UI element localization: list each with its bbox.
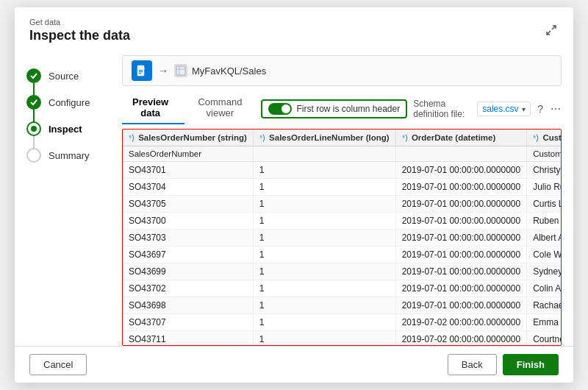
step-label-source: Source <box>49 71 79 82</box>
cell-9-2: 2019-07-02 00:00:00.0000000 <box>395 314 526 331</box>
cell-4-1: 1 <box>253 230 395 247</box>
cell-2-0: SO43705 <box>123 196 253 213</box>
cell-5-1: 1 <box>253 247 395 263</box>
cell-4-3: Albert Alvarez <box>527 230 562 247</box>
schema-label: Schema definition file: <box>413 99 473 119</box>
cell-2-1: 1 <box>253 196 395 213</box>
toggle-label: First row is column header <box>296 104 400 114</box>
schema-section: Schema definition file: sales.csv ▾ ? ⋯ <box>413 99 562 119</box>
source-arrow-icon: → <box>158 65 168 77</box>
cell-10-2: 2019-07-02 00:00:00.0000000 <box>395 331 526 347</box>
schema-file-selector[interactable]: sales.csv ▾ <box>477 102 530 116</box>
cell-9-0: SO43707 <box>123 314 253 331</box>
svg-rect-4 <box>139 70 143 71</box>
cell-0-0: SO43701 <box>123 162 253 179</box>
tab-command-viewer[interactable]: Command viewer <box>184 93 261 124</box>
cell-8-3: Rachael Martinez <box>527 297 562 314</box>
cell-10-0: SO43711 <box>123 331 253 347</box>
cell-7-3: Colin Anand <box>527 280 562 297</box>
svg-rect-7 <box>176 66 185 75</box>
cell-4-0: SO43703 <box>123 230 253 247</box>
cell-8-0: SO43698 <box>123 297 253 314</box>
dialog-title-area: Get data Inspect the data <box>29 18 130 43</box>
step-label-summary: Summary <box>49 150 90 161</box>
schema-filename: sales.csv <box>482 104 518 114</box>
col-header-1: ˢ⟩ SalesOrderLineNumber (long) <box>253 130 395 146</box>
step-summary[interactable]: Summary <box>26 142 98 169</box>
cell-7-2: 2019-07-01 00:00:00.0000000 <box>395 280 526 297</box>
main-content: → MyFavKQL/Sales Preview data <box>110 48 573 346</box>
table-row: SO4370412019-07-01 00:00:00.0000000Julio… <box>123 179 562 196</box>
cell-0-2: 2019-07-01 00:00:00.0000000 <box>395 162 526 179</box>
local-file-icon <box>132 60 152 81</box>
cell-8-2: 2019-07-01 00:00:00.0000000 <box>395 297 526 314</box>
source-dest: MyFavKQL/Sales <box>174 64 266 77</box>
table-row: SO4370112019-07-01 00:00:00.0000000Chris… <box>123 162 562 179</box>
step-inspect[interactable]: Inspect <box>26 116 98 142</box>
table-row: SO4370012019-07-01 00:00:00.0000000Ruben… <box>123 213 562 230</box>
cell-8-1: 1 <box>253 297 395 314</box>
step-configure[interactable]: Configure <box>26 89 98 116</box>
cell-2-2: 2019-07-01 00:00:00.0000000 <box>395 196 526 213</box>
tabs-left: Preview data Command viewer <box>122 93 261 124</box>
cell-10-3: Courtney Edwards <box>527 331 562 347</box>
cell-5-2: 2019-07-01 00:00:00.0000000 <box>395 247 526 263</box>
col-header-3: ˢ⟩ CustomerName (string) <box>527 130 562 146</box>
cell-1-2: 2019-07-01 00:00:00.0000000 <box>395 179 526 196</box>
cell-9-3: Emma Brown <box>527 314 562 331</box>
col-header-0: ˢ⟩ SalesOrderNumber (string) <box>123 130 253 146</box>
tab-preview-data[interactable]: Preview data <box>122 93 184 124</box>
first-row-toggle[interactable] <box>268 103 292 115</box>
get-data-dialog: Get data Inspect the data Source <box>15 7 573 383</box>
cell-6-0: SO43699 <box>123 263 253 280</box>
step-dot-source <box>26 68 41 83</box>
cell-10-1: 1 <box>253 331 395 347</box>
footer-left: Cancel <box>29 354 87 375</box>
table-row: SO4369912019-07-01 00:00:00.0000000Sydne… <box>123 263 562 280</box>
dialog-get-data-label: Get data <box>29 18 130 26</box>
cell-6-2: 2019-07-01 00:00:00.0000000 <box>395 263 526 280</box>
toolbar-row: Preview data Command viewer First row is… <box>122 93 562 124</box>
step-label-configure: Configure <box>49 97 90 108</box>
toolbar-right: First row is column header Schema defini… <box>261 99 562 119</box>
data-table-wrapper: ˢ⟩ SalesOrderNumber (string) ˢ⟩ SalesOrd… <box>122 129 562 346</box>
footer-right: Back Finish <box>448 354 559 375</box>
dest-path-text: MyFavKQL/Sales <box>192 65 266 77</box>
dialog-footer: Cancel Back Finish <box>15 346 573 383</box>
table-row: SO4370212019-07-01 00:00:00.0000000Colin… <box>123 280 562 297</box>
table-row: SO4370512019-07-01 00:00:00.0000000Curti… <box>123 196 562 213</box>
schema-more-icon[interactable]: ⋯ <box>551 101 562 117</box>
cell-1-0: SO43704 <box>123 179 253 196</box>
step-dot-summary <box>26 148 41 163</box>
dialog-title: Inspect the data <box>29 28 130 43</box>
cell-1-1: 1 <box>253 179 395 196</box>
table-row: SO4369712019-07-01 00:00:00.0000000Cole … <box>123 247 562 263</box>
cell-7-1: 1 <box>253 280 395 297</box>
schema-help-icon[interactable]: ? <box>535 101 546 117</box>
data-table: ˢ⟩ SalesOrderNumber (string) ˢ⟩ SalesOrd… <box>123 130 562 346</box>
svg-rect-6 <box>139 73 141 74</box>
svg-rect-5 <box>139 71 143 72</box>
table-icon <box>174 64 187 77</box>
table-row: SO4371112019-07-02 00:00:00.0000000Court… <box>123 331 562 347</box>
cell-3-1: 1 <box>253 213 395 230</box>
cell-0-3: Christy Zhu <box>527 162 562 179</box>
cell-5-3: Cole Watson <box>527 247 562 263</box>
toggle-container: First row is column header <box>261 99 407 118</box>
expand-icon[interactable] <box>545 24 559 38</box>
stepper: Source Configure Inspect Summary <box>15 48 110 346</box>
step-source[interactable]: Source <box>26 63 98 89</box>
back-button[interactable]: Back <box>448 354 497 375</box>
cell-5-0: SO43697 <box>123 247 253 263</box>
source-path-bar: → MyFavKQL/Sales <box>122 55 562 86</box>
finish-button[interactable]: Finish <box>503 354 559 375</box>
step-dot-inspect <box>26 121 41 136</box>
cell-7-0: SO43702 <box>123 280 253 297</box>
table-header-row: ˢ⟩ SalesOrderNumber (string) ˢ⟩ SalesOrd… <box>123 130 562 146</box>
step-dot-configure <box>26 95 41 110</box>
cell-4-2: 2019-07-01 00:00:00.0000000 <box>395 230 526 247</box>
dialog-body: Source Configure Inspect Summary <box>15 48 573 346</box>
cancel-button[interactable]: Cancel <box>29 354 87 375</box>
cell-9-1: 1 <box>253 314 395 331</box>
cell-0-1: 1 <box>253 162 395 179</box>
